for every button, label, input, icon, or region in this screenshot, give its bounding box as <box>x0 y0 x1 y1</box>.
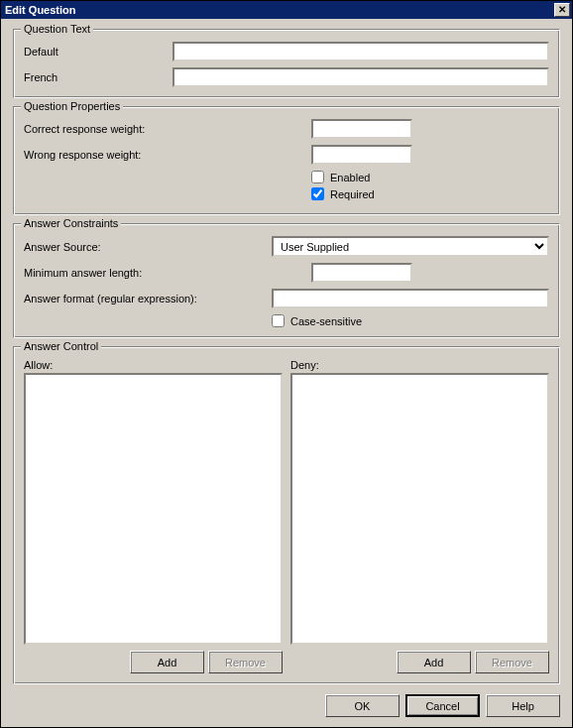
default-input[interactable] <box>172 42 549 61</box>
deny-listbox[interactable] <box>290 373 549 645</box>
titlebar: Edit Question ✕ <box>1 1 572 19</box>
allow-listbox[interactable] <box>24 373 283 645</box>
deny-column: Deny: Add Remove <box>290 359 549 673</box>
answer-constraints-group: Answer Constraints Answer Source: User S… <box>13 223 560 338</box>
deny-label: Deny: <box>290 359 549 371</box>
edit-question-dialog: Edit Question ✕ Question Text Default Fr… <box>0 0 573 728</box>
question-properties-group: Question Properties Correct response wei… <box>13 106 560 215</box>
required-label: Required <box>330 188 375 200</box>
wrong-weight-label: Wrong response weight: <box>24 149 311 161</box>
french-input[interactable] <box>172 67 549 87</box>
required-checkbox[interactable] <box>311 187 324 200</box>
answer-control-group: Answer Control Allow: Add Remove Deny: A… <box>13 346 560 684</box>
min-length-label: Minimum answer length: <box>24 267 311 279</box>
case-sensitive-checkbox[interactable] <box>272 314 285 327</box>
cancel-button[interactable]: Cancel <box>405 694 480 717</box>
answer-control-legend: Answer Control <box>21 340 101 352</box>
answer-format-label: Answer format (regular expression): <box>24 293 272 304</box>
enabled-label: Enabled <box>330 172 370 183</box>
answer-format-input[interactable] <box>272 289 549 308</box>
dialog-content: Question Text Default French Question Pr… <box>1 19 572 727</box>
answer-source-label: Answer Source: <box>24 241 272 253</box>
french-label: French <box>24 71 172 83</box>
case-sensitive-label: Case-sensitive <box>290 315 362 327</box>
answer-source-select[interactable]: User Supplied <box>272 236 549 257</box>
correct-weight-input[interactable] <box>311 119 412 139</box>
deny-remove-button[interactable]: Remove <box>475 651 549 673</box>
answer-constraints-legend: Answer Constraints <box>21 217 121 229</box>
allow-column: Allow: Add Remove <box>24 359 283 673</box>
question-text-group: Question Text Default French <box>13 29 560 98</box>
deny-add-button[interactable]: Add <box>397 651 471 673</box>
window-title: Edit Question <box>5 1 76 19</box>
correct-weight-label: Correct response weight: <box>24 123 311 135</box>
allow-add-button[interactable]: Add <box>130 651 204 673</box>
help-button[interactable]: Help <box>486 694 560 717</box>
question-properties-legend: Question Properties <box>21 100 123 112</box>
ok-button[interactable]: OK <box>325 694 400 717</box>
default-label: Default <box>24 46 172 58</box>
allow-label: Allow: <box>24 359 283 371</box>
wrong-weight-input[interactable] <box>311 145 412 165</box>
enabled-checkbox[interactable] <box>311 171 324 183</box>
allow-remove-button[interactable]: Remove <box>208 651 283 673</box>
close-icon[interactable]: ✕ <box>554 3 570 17</box>
min-length-input[interactable] <box>311 263 412 283</box>
dialog-button-row: OK Cancel Help <box>13 690 560 721</box>
question-text-legend: Question Text <box>21 23 93 35</box>
